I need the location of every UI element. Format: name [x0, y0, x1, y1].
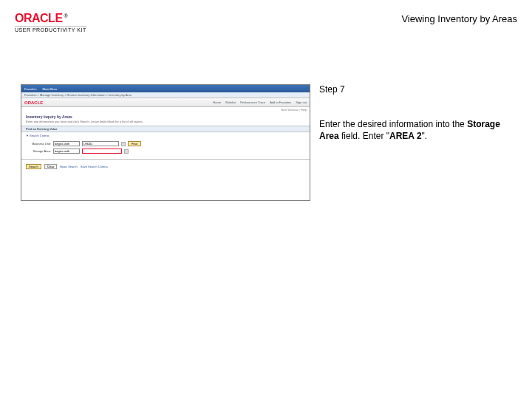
nav-fav[interactable]: Add to Favorites	[270, 100, 291, 104]
storage-area-operator[interactable]: begins with	[53, 149, 80, 154]
instr-part2: field. Enter "	[339, 131, 389, 141]
app-page-h1: Inventory Inquiry by Areas	[21, 112, 310, 120]
brand-logo-block: ORACLE ® USER PRODUCTIVITY KIT	[15, 12, 86, 33]
find-button[interactable]: Find	[128, 141, 141, 146]
page-title: Viewing Inventory by Areas	[401, 13, 517, 24]
search-button[interactable]: Search	[26, 164, 41, 169]
menu-main[interactable]: Main Menu	[42, 87, 57, 91]
instr-value: AREA 2	[389, 131, 422, 141]
app-nav: Home Worklist Performance Trace Add to F…	[213, 100, 307, 104]
app-userline: New Window | Help	[21, 107, 310, 112]
storage-area-label: Storage Area:	[26, 149, 51, 153]
basic-search-link[interactable]: Basic Search	[60, 165, 78, 168]
brand-wordmark: ORACLE	[15, 12, 63, 25]
nav-worklist[interactable]: Worklist	[225, 100, 236, 104]
instr-part1: Enter the desired information into the	[319, 119, 467, 129]
divider	[21, 159, 310, 160]
nav-home[interactable]: Home	[213, 100, 221, 104]
brand-subtitle: USER PRODUCTIVITY KIT	[15, 26, 86, 33]
instr-part3: ".	[422, 131, 428, 141]
nav-perf[interactable]: Performance Trace	[240, 100, 265, 104]
app-page-desc: Enter any information you have and click…	[21, 120, 310, 126]
app-screenshot: Favorites Main Menu Favorites > Manage I…	[21, 84, 310, 201]
app-menubar: Favorites Main Menu	[21, 85, 310, 92]
row-business-unit: Business Unit: begins with US001 Find	[26, 141, 305, 146]
nav-signout[interactable]: Sign out	[296, 100, 307, 104]
find-header: Find an Existing Value	[21, 126, 310, 132]
step-number: Step 7	[319, 84, 508, 108]
business-unit-field[interactable]: US001	[82, 141, 119, 146]
lookup-icon[interactable]	[124, 149, 129, 154]
business-unit-label: Business Unit:	[26, 142, 51, 146]
clear-button[interactable]: Clear	[44, 164, 58, 169]
storage-area-field[interactable]	[82, 149, 122, 154]
menu-favorites[interactable]: Favorites	[24, 87, 36, 91]
search-form: Business Unit: begins with US001 Find St…	[21, 139, 310, 156]
business-unit-operator[interactable]: begins with	[53, 141, 80, 146]
save-search-link[interactable]: Save Search Criteria	[81, 165, 108, 168]
form-footer: Search Clear Basic Search Save Search Cr…	[21, 163, 310, 171]
trademark-symbol: ®	[64, 13, 68, 18]
app-brand: ORACLE	[24, 100, 43, 105]
instruction-panel: Step 7 Enter the desired information int…	[319, 84, 508, 142]
lookup-icon[interactable]	[121, 142, 126, 146]
instruction-text: Enter the desired information into the S…	[319, 118, 508, 142]
app-header: ORACLE Home Worklist Performance Trace A…	[21, 98, 310, 107]
search-criteria-label: ▼ Search Criteria	[21, 132, 310, 139]
breadcrumb: Favorites > Manage Inventory > Review In…	[21, 92, 310, 98]
row-storage-area: Storage Area: begins with	[26, 149, 305, 154]
search-criteria-text: Search Criteria	[30, 134, 50, 137]
